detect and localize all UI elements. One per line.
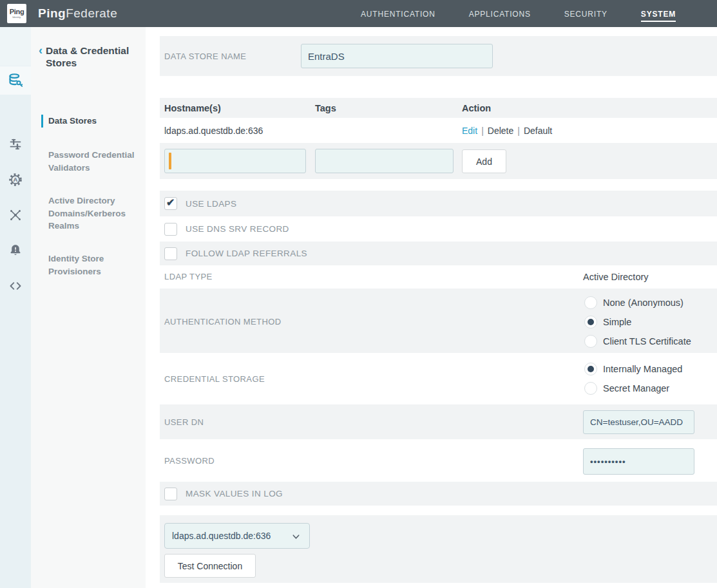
action-separator: | xyxy=(517,126,520,136)
credential-storage-label: CREDENTIAL STORAGE xyxy=(164,374,265,384)
radio-label: Client TLS Certificate xyxy=(603,336,691,346)
password-label: PASSWORD xyxy=(164,456,215,466)
chevron-down-icon xyxy=(292,533,300,541)
ldap-type-value: Active Directory xyxy=(583,272,649,282)
bell-alert-icon[interactable] xyxy=(0,236,31,265)
column-tags: Tags xyxy=(315,98,336,118)
row-mask-values-in-log: MASK VALUES IN LOG xyxy=(160,482,717,506)
radio-simple[interactable]: Simple xyxy=(584,312,691,332)
use-dns-srv-label: USE DNS SRV RECORD xyxy=(186,224,289,234)
nav-security[interactable]: SECURITY xyxy=(564,1,607,26)
radio-label: None (Anonymous) xyxy=(603,298,684,308)
app-title-bold: Ping xyxy=(38,6,66,20)
ping-identity-logo[interactable]: Ping Identity. xyxy=(7,4,26,23)
authentication-method-label: AUTHENTICATION METHOD xyxy=(164,317,282,327)
network-nodes-icon[interactable] xyxy=(0,201,31,229)
sliders-icon[interactable] xyxy=(0,130,31,158)
radio-internally-managed[interactable]: Internally Managed xyxy=(584,359,682,379)
follow-ldap-referrals-checkbox[interactable] xyxy=(164,247,177,260)
new-tags-input[interactable] xyxy=(315,149,454,173)
hosts-table-header: Hostname(s) Tags Action xyxy=(160,98,717,118)
radio-circle[interactable] xyxy=(584,335,597,348)
data-store-name-input[interactable] xyxy=(301,44,493,68)
follow-ldap-referrals-label: FOLLOW LDAP REFERRALS xyxy=(186,249,307,258)
data-store-form: DATA STORE NAME Hostname(s) Tags Action … xyxy=(160,27,717,588)
row-user-dn: USER DN xyxy=(160,404,717,439)
row-data-store-name: DATA STORE NAME xyxy=(160,36,717,76)
nav-authentication[interactable]: AUTHENTICATION xyxy=(361,1,435,26)
back-chevron-icon[interactable]: ‹ xyxy=(39,44,43,70)
hostname-cell: ldaps.ad.questdb.de:636 xyxy=(164,118,263,143)
row-follow-ldap-referrals: FOLLOW LDAP REFERRALS xyxy=(160,242,717,265)
password-input[interactable] xyxy=(583,448,694,475)
radio-label: Internally Managed xyxy=(603,364,682,374)
row-ldap-type: LDAP TYPE Active Directory xyxy=(160,265,717,289)
sidebar-item-ad-domains-kerberos-realms[interactable]: Active Directory Domains/Kerberos Realms xyxy=(48,194,140,232)
test-connection-section: ldaps.ad.questdb.de:636 Test Connection xyxy=(160,515,717,583)
credential-storage-group: Internally Managed Secret Manager xyxy=(584,359,682,398)
nav-system[interactable]: SYSTEM xyxy=(641,1,676,26)
authentication-method-group: None (Anonymous) Simple Client TLS Certi… xyxy=(584,293,691,351)
data-store-name-label: DATA STORE NAME xyxy=(164,52,246,61)
logo-subtext: Identity. xyxy=(12,16,21,19)
nav-applications[interactable]: APPLICATIONS xyxy=(469,1,531,26)
row-credential-storage: CREDENTIAL STORAGE Internally Managed Se… xyxy=(160,353,717,404)
use-dns-srv-checkbox[interactable] xyxy=(164,223,177,236)
mask-values-label: MASK VALUES IN LOG xyxy=(186,489,283,498)
row-password: PASSWORD xyxy=(160,439,717,482)
database-key-icon[interactable] xyxy=(0,66,31,95)
radio-circle[interactable] xyxy=(584,382,597,395)
radio-none-anonymous[interactable]: None (Anonymous) xyxy=(584,293,691,312)
logo-text: Ping xyxy=(10,8,24,15)
radio-circle[interactable] xyxy=(584,316,597,328)
action-cell: Edit | Delete | Default xyxy=(462,118,552,143)
gear-a-icon[interactable]: A xyxy=(0,166,31,194)
radio-label: Secret Manager xyxy=(603,383,669,394)
row-use-dns-srv: USE DNS SRV RECORD xyxy=(160,216,717,242)
add-button[interactable]: Add xyxy=(462,149,506,173)
svg-text:A: A xyxy=(14,176,18,183)
radio-client-tls-certificate[interactable]: Client TLS Certificate xyxy=(584,332,691,351)
column-action: Action xyxy=(462,98,491,118)
test-connection-button[interactable]: Test Connection xyxy=(164,554,256,578)
delete-link[interactable]: Delete xyxy=(488,126,513,136)
app-title: PingFederate xyxy=(38,6,117,21)
rail-top-strip xyxy=(0,27,31,66)
new-tags-wrapper xyxy=(315,149,454,173)
sidebar-header: ‹ Data & Credential Stores xyxy=(39,44,139,70)
user-dn-input[interactable] xyxy=(583,410,694,434)
sidebar-item-data-stores[interactable]: Data Stores xyxy=(48,115,140,128)
hostname-select-value: ldaps.ad.questdb.de:636 xyxy=(172,531,271,541)
sidebar-title: Data & Credential Stores xyxy=(46,44,139,70)
new-hostname-wrapper xyxy=(164,149,306,173)
radio-secret-manager[interactable]: Secret Manager xyxy=(584,379,682,398)
add-host-row: Add xyxy=(160,143,717,179)
text-caret xyxy=(169,153,171,169)
edit-link[interactable]: Edit xyxy=(462,126,477,136)
hosts-table-row: ldaps.ad.questdb.de:636 Edit | Delete | … xyxy=(160,118,717,143)
section-sidebar: ‹ Data & Credential Stores Data Stores P… xyxy=(31,27,146,588)
radio-label: Simple xyxy=(603,317,631,327)
pingfederate-screen: Ping Identity. PingFederate AUTHENTICATI… xyxy=(0,0,717,588)
sidebar-item-password-credential-validators[interactable]: Password Credential Validators xyxy=(48,149,140,174)
row-authentication-method: AUTHENTICATION METHOD None (Anonymous) S… xyxy=(160,289,717,353)
use-ldaps-checkbox[interactable] xyxy=(164,197,177,210)
user-dn-label: USER DN xyxy=(164,417,204,427)
code-brackets-icon[interactable] xyxy=(0,272,31,300)
radio-circle[interactable] xyxy=(584,363,597,375)
hostname-select[interactable]: ldaps.ad.questdb.de:636 xyxy=(164,523,310,549)
radio-circle[interactable] xyxy=(584,296,597,309)
top-header-bar: Ping Identity. PingFederate AUTHENTICATI… xyxy=(0,0,717,27)
icon-rail: A xyxy=(0,27,31,588)
column-hostnames: Hostname(s) xyxy=(164,98,221,118)
sidebar-item-identity-store-provisioners[interactable]: Identity Store Provisioners xyxy=(48,252,140,278)
primary-nav: AUTHENTICATION APPLICATIONS SECURITY SYS… xyxy=(361,0,676,27)
default-link[interactable]: Default xyxy=(524,126,552,136)
use-ldaps-label: USE LDAPS xyxy=(186,199,236,209)
app-title-light: Federate xyxy=(66,6,117,20)
mask-values-checkbox[interactable] xyxy=(164,488,177,500)
ldap-type-label: LDAP TYPE xyxy=(164,272,213,281)
row-use-ldaps: USE LDAPS xyxy=(160,191,717,216)
new-hostname-input[interactable] xyxy=(164,149,306,173)
action-separator: | xyxy=(481,126,484,136)
